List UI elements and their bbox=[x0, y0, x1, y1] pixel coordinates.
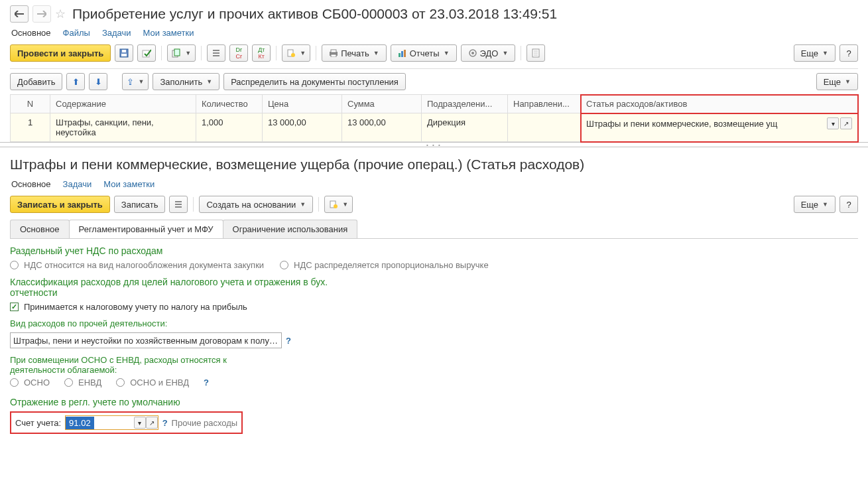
splitter[interactable]: • • • bbox=[0, 142, 868, 147]
stamp-icon bbox=[468, 49, 477, 57]
radio-vat-prop[interactable] bbox=[280, 261, 288, 269]
checkbox-tax[interactable]: ✓ bbox=[10, 303, 19, 311]
svg-rect-13 bbox=[404, 50, 406, 57]
post-and-close-button[interactable]: Провести и закрыть bbox=[10, 44, 111, 62]
help-button-2[interactable]: ? bbox=[839, 196, 858, 213]
page-title: Приобретение услуг и прочих активов СБ00… bbox=[72, 6, 557, 22]
chart-icon bbox=[398, 49, 407, 57]
move-down-button[interactable]: ⬇ bbox=[89, 73, 107, 90]
save-button[interactable] bbox=[115, 44, 133, 62]
help-activity[interactable]: ? bbox=[286, 336, 291, 346]
svg-rect-11 bbox=[399, 53, 401, 57]
account-dd-button[interactable]: ▾ bbox=[134, 417, 146, 429]
misc-button[interactable] bbox=[527, 44, 545, 62]
ftab-regl[interactable]: Регламентированный учет и МФУ bbox=[69, 220, 223, 238]
copy-icon bbox=[172, 48, 181, 58]
list-icon bbox=[212, 48, 221, 58]
account-open-button[interactable]: ↗ bbox=[146, 417, 158, 429]
doc-icon bbox=[531, 48, 540, 58]
attach-icon bbox=[286, 48, 296, 58]
account-highlight-box: Счет учета: 91.02 ▾ ↗ ? Прочие расходы bbox=[10, 411, 243, 434]
radio-osno-envd[interactable] bbox=[116, 378, 125, 387]
nav-forward-button[interactable] bbox=[32, 5, 51, 23]
svg-rect-10 bbox=[331, 54, 336, 57]
favorite-star-icon[interactable]: ☆ bbox=[55, 7, 66, 21]
more-button[interactable]: Еще▼ bbox=[794, 44, 836, 62]
nav-back-button[interactable] bbox=[10, 5, 29, 23]
open-ref-button[interactable]: ↗ bbox=[840, 117, 852, 129]
article-value: Штрафы и пени коммерческие, возмещение у… bbox=[586, 119, 826, 129]
help-button[interactable]: ? bbox=[839, 44, 858, 62]
tab-tasks[interactable]: Задачи bbox=[102, 28, 131, 38]
col-dir[interactable]: Направлени... bbox=[508, 95, 581, 113]
attach-button[interactable]: ▼ bbox=[282, 44, 310, 62]
share-icon: ⇪ bbox=[127, 77, 134, 87]
create-based-button[interactable]: Создать на основании▼ bbox=[199, 196, 313, 213]
col-dept[interactable]: Подразделени... bbox=[422, 95, 508, 113]
drcr-button[interactable]: DrCr bbox=[229, 44, 248, 62]
move-up-button[interactable]: ⬆ bbox=[66, 73, 85, 90]
col-n[interactable]: N bbox=[11, 95, 50, 113]
lbl-activity: Вид расходов по прочей деятельности: bbox=[10, 318, 858, 328]
help-osno[interactable]: ? bbox=[204, 378, 209, 387]
svg-rect-1 bbox=[121, 54, 127, 56]
tab-notes[interactable]: Мои заметки bbox=[143, 28, 194, 38]
account-input[interactable]: 91.02 ▾ ↗ bbox=[65, 415, 158, 430]
section-acct: Отражение в регл. учете по умолчанию bbox=[10, 397, 858, 407]
radio-envd[interactable] bbox=[64, 378, 73, 387]
col-qty[interactable]: Количество bbox=[196, 95, 263, 113]
post-icon bbox=[142, 48, 151, 58]
tab2-tasks[interactable]: Задачи bbox=[63, 179, 92, 189]
save-and-close-button[interactable]: Записать и закрыть bbox=[10, 196, 110, 213]
attach-icon bbox=[329, 200, 338, 209]
lbl-account: Счет учета: bbox=[15, 418, 61, 428]
tab-files[interactable]: Файлы bbox=[63, 28, 90, 38]
account-desc: Прочие расходы bbox=[172, 418, 238, 428]
tab-main[interactable]: Основное bbox=[11, 28, 51, 38]
list-button[interactable] bbox=[207, 44, 225, 62]
section-class: Классификация расходов для целей налогов… bbox=[10, 277, 368, 298]
arrow-up-icon: ⬆ bbox=[72, 77, 80, 87]
share-button[interactable]: ⇪▼ bbox=[122, 73, 149, 90]
table-more-button[interactable]: Еще▼ bbox=[816, 73, 858, 90]
more-button-2[interactable]: Еще▼ bbox=[794, 196, 836, 213]
svg-rect-5 bbox=[174, 49, 180, 56]
activity-input[interactable]: Штрафы, пени и неустойки по хозяйственны… bbox=[10, 332, 282, 348]
tab2-notes[interactable]: Мои заметки bbox=[103, 179, 155, 189]
table-row[interactable]: 1 Штрафы, санкции, пени, неустойка 1,000… bbox=[11, 113, 858, 142]
dtkt-icon: ДтКт bbox=[258, 46, 265, 60]
col-sum[interactable]: Сумма bbox=[342, 95, 422, 113]
col-content[interactable]: Содержание bbox=[50, 95, 196, 113]
pick-dropdown-button[interactable]: ▾ bbox=[827, 117, 839, 129]
radio-vat-doc[interactable] bbox=[10, 261, 19, 269]
fill-button[interactable]: Заполнить▼ bbox=[153, 73, 219, 90]
floppy-icon bbox=[119, 48, 129, 58]
svg-point-7 bbox=[291, 53, 295, 57]
page-title-2: Штрафы и пени коммерческие, возмещение у… bbox=[10, 157, 858, 173]
save-button-2[interactable]: Записать bbox=[114, 196, 166, 213]
list-button-2[interactable] bbox=[169, 196, 188, 213]
svg-point-18 bbox=[334, 204, 338, 208]
post-button[interactable] bbox=[137, 44, 156, 62]
printer-icon bbox=[329, 49, 338, 57]
tab2-main[interactable]: Основное bbox=[11, 179, 51, 189]
items-table: N Содержание Количество Цена Сумма Подра… bbox=[10, 94, 858, 142]
distribute-button[interactable]: Распределить на документы поступления bbox=[223, 73, 406, 90]
section-vat: Раздельный учет НДС по расходам bbox=[10, 245, 858, 256]
help-account[interactable]: ? bbox=[162, 418, 168, 428]
svg-rect-12 bbox=[401, 51, 403, 57]
col-price[interactable]: Цена bbox=[263, 95, 342, 113]
svg-point-15 bbox=[471, 52, 474, 54]
attach-button-2[interactable]: ▼ bbox=[324, 196, 353, 213]
ftab-main[interactable]: Основное bbox=[10, 220, 70, 238]
reports-button[interactable]: Отчеты▼ bbox=[391, 44, 457, 62]
copy-button[interactable]: ▼ bbox=[167, 44, 196, 62]
col-article[interactable]: Статья расходов/активов bbox=[581, 95, 858, 113]
dtkt-button[interactable]: ДтКт bbox=[252, 44, 271, 62]
radio-osno[interactable] bbox=[10, 378, 19, 387]
add-row-button[interactable]: Добавить bbox=[10, 73, 62, 90]
print-button[interactable]: Печать▼ bbox=[322, 44, 387, 62]
ftab-restrict[interactable]: Ограничение использования bbox=[223, 220, 358, 238]
edo-button[interactable]: ЭДО▼ bbox=[461, 44, 516, 62]
svg-rect-9 bbox=[331, 50, 336, 52]
